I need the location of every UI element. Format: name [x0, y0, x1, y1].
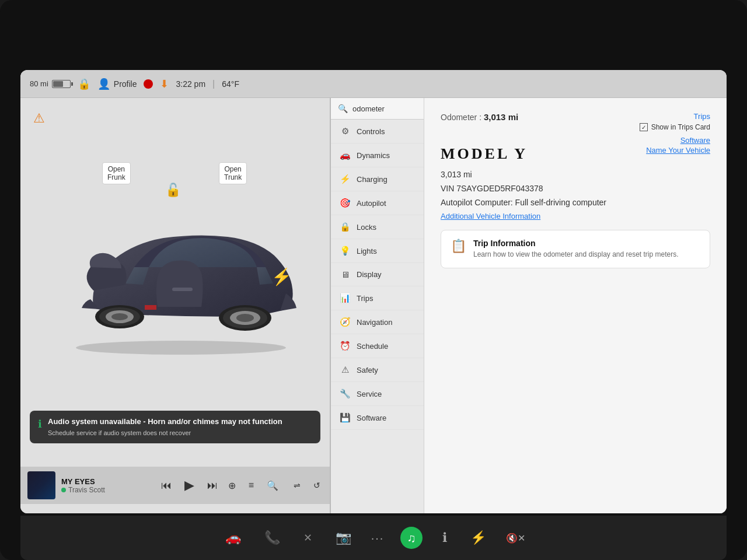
charging-lightning-icon: ⚡ — [271, 267, 292, 286]
shuffle-button[interactable]: ⇌ — [291, 478, 303, 492]
temperature-display: 64°F — [222, 79, 239, 89]
trips-section: Trips ✓ Show in Trips Card — [640, 112, 710, 131]
trip-info-card[interactable]: 📋 Trip Information Learn how to view the… — [441, 230, 710, 268]
right-section: 🔍 ⚙ Controls 🚗 Dynamics ⚡ Charging 🎯 — [331, 98, 727, 513]
odometer-label: Odometer : — [441, 113, 484, 122]
sidebar-item-autopilot[interactable]: 🎯 Autopilot — [331, 191, 424, 215]
locks-icon: 🔒 — [339, 222, 351, 232]
svg-point-0 — [76, 341, 286, 355]
alert-notification[interactable]: ℹ Audio system unavailable - Horn and/or… — [30, 411, 320, 443]
profile-icon: 👤 — [97, 78, 110, 90]
sidebar-item-software[interactable]: 💾 Software — [331, 406, 424, 430]
schedule-label: Schedule — [357, 342, 388, 351]
sidebar-item-display[interactable]: 🖥 Display — [331, 263, 424, 286]
song-title: MY EYES — [61, 477, 153, 486]
service-label: Service — [357, 390, 382, 398]
time-display: 3:22 pm — [176, 79, 205, 89]
camera-button[interactable]: 📷 — [332, 527, 355, 549]
autopilot-label: Autopilot — [357, 199, 386, 208]
sidebar-item-navigation[interactable]: 🧭 Navigation — [331, 310, 424, 334]
additional-vehicle-info-link[interactable]: Additional Vehicle Information — [441, 212, 710, 220]
display-label: Display — [357, 270, 382, 279]
software-label: Software — [357, 414, 386, 422]
profile-label: Profile — [114, 79, 137, 89]
safety-label: Safety — [357, 366, 378, 374]
screen: 80 mi 🔒 👤 Profile ⬇ 3:22 pm | 64°F ⚠ Ope… — [20, 70, 727, 513]
safety-icon: ⚠ — [339, 365, 351, 375]
bluetooth-button[interactable]: ⚡ — [467, 527, 490, 549]
trips-icon: 📊 — [339, 293, 351, 303]
controls-label: Controls — [357, 127, 385, 136]
sidebar-item-safety[interactable]: ⚠ Safety — [331, 358, 424, 382]
sidebar-item-locks[interactable]: 🔒 Locks — [331, 215, 424, 239]
software-icon: 💾 — [339, 412, 351, 423]
controls-icon: ⚙ — [339, 126, 351, 136]
shuffle-repeat-controls: ⇌ ↺ — [291, 478, 323, 492]
volume-control[interactable]: 🔇✕ — [506, 533, 525, 544]
settings-nav: 🔍 ⚙ Controls 🚗 Dynamics ⚡ Charging 🎯 — [331, 98, 424, 513]
model-software-row: MODEL Y Software Name Your Vehicle — [441, 136, 710, 165]
phone-button[interactable]: 📞 — [261, 527, 284, 549]
lock-status-icon: 🔒 — [78, 78, 90, 90]
sidebar-item-controls[interactable]: ⚙ Controls — [331, 120, 424, 144]
show-trips-checkbox[interactable]: ✓ — [640, 123, 648, 131]
sidebar-item-lights[interactable]: 💡 Lights — [331, 239, 424, 263]
sidebar-item-dynamics[interactable]: 🚗 Dynamics — [331, 144, 424, 167]
sidebar-item-schedule[interactable]: ⏰ Schedule — [331, 334, 424, 358]
software-link[interactable]: Software — [646, 136, 710, 145]
add-to-queue-button[interactable]: ⊕ — [226, 478, 238, 494]
model-name: MODEL Y — [441, 145, 528, 163]
trips-link[interactable]: Trips — [640, 112, 710, 121]
dots-menu-button[interactable]: ··· — [371, 531, 385, 545]
download-icon: ⬇ — [160, 78, 169, 90]
autopilot-info: Autopilot Computer: Full self-driving co… — [441, 198, 710, 207]
song-info: MY EYES Travis Scott — [61, 477, 153, 494]
sidebar-item-service[interactable]: 🔧 Service — [331, 382, 424, 406]
search-input[interactable] — [352, 104, 417, 113]
trip-card-title: Trip Information — [473, 239, 679, 248]
trip-card-icon: 📋 — [451, 239, 466, 254]
navigation-label: Navigation — [357, 318, 392, 327]
separator: | — [212, 79, 215, 89]
info-button[interactable]: ℹ — [439, 527, 451, 549]
player-extras: ⊕ ≡ 🔍 — [226, 478, 281, 494]
charging-label: Charging — [357, 175, 388, 184]
battery-fill — [53, 81, 63, 87]
svg-point-5 — [111, 313, 128, 320]
profile-section[interactable]: 👤 Profile — [97, 78, 137, 90]
svg-rect-10 — [145, 305, 156, 310]
song-artist: Travis Scott — [61, 486, 153, 494]
play-button[interactable]: ▶ — [182, 475, 197, 495]
autopilot-icon: 🎯 — [339, 198, 351, 208]
cancel-music-button[interactable]: ✕ — [300, 528, 316, 548]
artist-name: Travis Scott — [68, 486, 105, 494]
search-music-button[interactable]: 🔍 — [264, 478, 281, 494]
sidebar-item-charging[interactable]: ⚡ Charging — [331, 167, 424, 191]
spotify-button[interactable]: ♫ — [400, 527, 423, 549]
open-frunk-button[interactable]: Open Frunk — [102, 162, 131, 184]
trip-card-desc: Learn how to view the odometer and displ… — [473, 250, 679, 260]
open-trunk-button[interactable]: Open Trunk — [219, 162, 247, 184]
lights-label: Lights — [357, 247, 377, 256]
alert-subtitle: Schedule service if audio system does no… — [48, 429, 282, 438]
trips-label: Trips — [357, 294, 373, 303]
status-bar: 80 mi 🔒 👤 Profile ⬇ 3:22 pm | 64°F — [20, 70, 727, 98]
svg-rect-1 — [172, 288, 193, 291]
repeat-button[interactable]: ↺ — [311, 478, 323, 492]
svg-point-9 — [236, 314, 254, 322]
odometer-section: Odometer : 3,013 mi — [441, 112, 518, 122]
sidebar-item-trips[interactable]: 📊 Trips — [331, 286, 424, 310]
dynamics-label: Dynamics — [357, 151, 390, 160]
software-section: Software Name Your Vehicle — [646, 136, 710, 155]
prev-button[interactable]: ⏮ — [159, 477, 174, 494]
search-icon: 🔍 — [338, 104, 348, 113]
dynamics-icon: 🚗 — [339, 150, 351, 160]
name-vehicle-link[interactable]: Name Your Vehicle — [646, 146, 710, 155]
player-controls: ⏮ ▶ ⏭ — [159, 475, 220, 495]
search-bar: 🔍 — [331, 98, 424, 120]
car-taskbar-button[interactable]: 🚗 — [222, 527, 245, 549]
artist-dot — [61, 488, 66, 492]
navigation-icon: 🧭 — [339, 317, 351, 327]
equalizer-button[interactable]: ≡ — [246, 478, 256, 493]
next-button[interactable]: ⏭ — [205, 477, 220, 494]
